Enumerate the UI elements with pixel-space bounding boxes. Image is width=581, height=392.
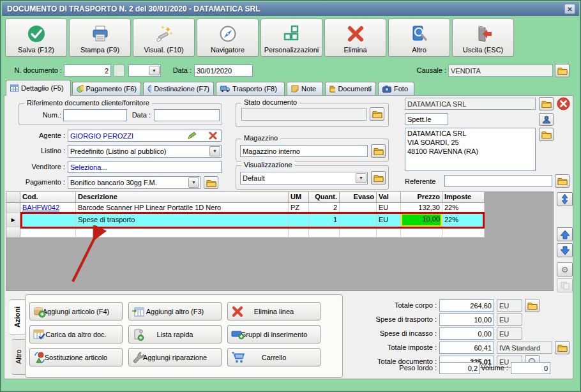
exit-button[interactable]: Uscita (ESC) — [452, 19, 514, 57]
quick-list-button[interactable]: Lista rapida — [128, 325, 222, 343]
add-article-button[interactable]: Aggiungi articolo (F4) — [29, 302, 123, 320]
add-repair-button[interactable]: Aggiungi riparazione — [128, 348, 222, 366]
tab-dettaglio[interactable]: Dettaglio (F5) — [6, 80, 71, 96]
delete-button[interactable]: Elimina — [324, 19, 386, 57]
venditore-field[interactable]: Seleziona... — [68, 161, 222, 173]
stato-field[interactable] — [241, 108, 366, 121]
causale-folder-button[interactable] — [555, 64, 570, 77]
move-up-button[interactable] — [557, 227, 573, 241]
visualizzazione-combo[interactable]: Default ▼ — [240, 172, 368, 185]
grid-settings-button[interactable]: ⚙ — [557, 262, 573, 276]
listino-combo[interactable]: Predefinito (Listino al pubblico) ▼ — [68, 145, 222, 158]
stato-folder-button[interactable] — [370, 107, 384, 121]
magazzino-folder-button[interactable] — [371, 144, 386, 158]
save-button[interactable]: Salva (F12) — [5, 19, 67, 57]
rif-data-field[interactable] — [154, 109, 220, 121]
visualizzazione-value: Default — [243, 174, 265, 182]
cell-cod[interactable] — [20, 213, 76, 227]
cell-val[interactable]: EU — [377, 203, 401, 213]
tab-pagamento[interactable]: Pagamento (F6) — [72, 82, 141, 95]
print-button[interactable]: Stampa (F9) — [69, 19, 131, 57]
replace-article-button[interactable]: Sostituzione articolo — [29, 348, 123, 366]
article-code-link[interactable]: BAHFW042 — [22, 204, 59, 211]
close-button[interactable]: ✕ — [564, 4, 575, 14]
preview-button[interactable]: Visual. (F10) — [133, 19, 195, 57]
add-other-button[interactable]: Aggiungi altro (F3) — [128, 302, 222, 320]
doc-date-field[interactable]: 30/01/2020 — [194, 64, 253, 77]
grid-row-article[interactable]: BAHFW042 Barcode Scanner HP Linear Porta… — [6, 203, 485, 213]
cliente-field[interactable]: DATAMATICA SRL — [405, 98, 536, 110]
cart-button[interactable]: Carrello — [227, 348, 321, 366]
col-cod[interactable]: Cod. — [20, 192, 76, 203]
move-row-button[interactable] — [557, 192, 573, 206]
load-from-doc-button[interactable]: Carica da altro doc. — [29, 325, 123, 343]
actions-tab-altro[interactable]: Altro — [11, 339, 26, 375]
visualizzazione-folder-button[interactable] — [371, 171, 386, 185]
agente-field[interactable]: GIORGIO PEROZZI — [68, 130, 222, 142]
customizations-button[interactable]: Personalizzazioni — [260, 19, 322, 57]
grid-row-selected[interactable]: ▶ Spese di trasporto 1 EU 10,00 22% — [6, 213, 485, 227]
col-evaso[interactable]: Evaso — [340, 192, 377, 203]
chevron-down-icon[interactable]: ▼ — [356, 173, 366, 183]
cliente-folder-button[interactable] — [539, 97, 554, 110]
articles-grid[interactable]: Cod. Descrizione UM Quant. Evaso Val Pre… — [6, 192, 554, 291]
totale-imposte-folder-button[interactable] — [555, 341, 570, 354]
insert-groups-button[interactable]: Gruppi di inserimento — [227, 325, 321, 343]
pagamento-folder-button[interactable] — [204, 176, 218, 189]
cell-val[interactable]: EU — [377, 213, 401, 227]
totale-corpo-folder-button[interactable] — [525, 299, 540, 312]
col-descrizione[interactable]: Descrizione — [76, 192, 289, 203]
referente-folder-button[interactable] — [555, 174, 570, 188]
causale-field[interactable]: VENDITA — [448, 64, 553, 77]
cell-descrizione[interactable]: Barcode Scanner HP Linear Portatile 1D N… — [76, 203, 289, 213]
rif-num-field[interactable] — [63, 109, 127, 121]
cell-descrizione[interactable]: Spese di trasporto — [76, 213, 289, 227]
cell-um[interactable]: PZ — [289, 203, 309, 213]
delete-line-button[interactable]: Elimina linea — [227, 302, 321, 320]
cell-um[interactable] — [289, 213, 309, 227]
col-um[interactable]: UM — [289, 192, 309, 203]
volume-field[interactable]: 0 — [511, 362, 550, 374]
tab-destinazione[interactable]: Destinazione (F7) — [143, 82, 214, 95]
spettle-field[interactable]: Spett.le — [405, 113, 448, 125]
magazzino-field[interactable]: Magazzino interno — [240, 145, 368, 157]
pagamento-combo[interactable]: Bonifico bancario 30gg F.M. ▼ — [68, 176, 200, 189]
cell-evaso[interactable] — [340, 213, 377, 227]
address-folder-button[interactable] — [539, 128, 554, 141]
cell-prezzo-highlighted[interactable]: 10,00 — [401, 213, 442, 227]
other-button[interactable]: Altro — [388, 19, 450, 57]
cell-quant[interactable]: 1 — [309, 213, 340, 227]
cell-imposte[interactable]: 22% — [442, 203, 485, 213]
tab-documenti[interactable]: Documenti — [325, 82, 376, 95]
edit-pencil-icon[interactable] — [187, 132, 197, 140]
chevron-down-icon[interactable]: ▼ — [188, 177, 199, 188]
chevron-down-icon[interactable]: ▼ — [149, 66, 160, 75]
grid-copy-button[interactable] — [557, 278, 573, 292]
peso-lordo-field[interactable]: 0,2 — [439, 362, 480, 374]
grid-row-empty[interactable] — [6, 227, 485, 237]
clear-cliente-button[interactable] — [557, 97, 570, 110]
navigator-button[interactable]: Navigatore — [197, 19, 259, 57]
tab-trasporto[interactable]: Trasporto (F8) — [216, 82, 285, 95]
col-quant[interactable]: Quant. — [309, 192, 340, 203]
col-prezzo[interactable]: Prezzo — [401, 192, 442, 203]
tab-note[interactable]: Note — [287, 82, 323, 95]
address-box[interactable]: DATAMATICA SRL VIA SOARDI, 25 48100 RAVE… — [405, 128, 536, 171]
move-down-button[interactable] — [557, 243, 573, 257]
clear-agente-x-icon[interactable] — [209, 132, 217, 140]
cell-prezzo[interactable]: 132,30 — [401, 203, 442, 213]
cell-quant[interactable]: 2 — [309, 203, 340, 213]
folder-icon — [372, 110, 382, 118]
cell-evaso[interactable] — [340, 203, 377, 213]
actions-tab-azioni[interactable]: Azioni — [10, 299, 26, 335]
cell-imposte[interactable]: 22% — [442, 213, 485, 227]
col-imposte[interactable]: Imposte — [442, 192, 485, 203]
col-val[interactable]: Val — [377, 192, 401, 203]
chevron-down-icon[interactable]: ▼ — [209, 146, 220, 156]
contact-button[interactable] — [539, 113, 554, 126]
tab-foto[interactable]: Foto — [378, 82, 414, 95]
doc-number-field[interactable]: 2 — [64, 64, 111, 77]
referente-field[interactable] — [444, 175, 552, 187]
doc-series-combo[interactable]: ▼ — [128, 64, 161, 77]
tab-foto-label: Foto — [394, 85, 408, 93]
